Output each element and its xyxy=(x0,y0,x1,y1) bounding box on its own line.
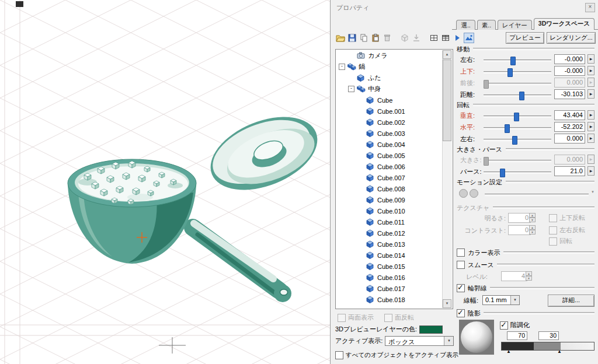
tree-item[interactable]: Cube.008 xyxy=(336,183,443,194)
smooth-checkbox[interactable] xyxy=(457,261,465,269)
rotate-slider-thumb[interactable] xyxy=(512,136,517,145)
move-slider-track[interactable] xyxy=(484,71,551,74)
scale-value-input[interactable]: 21.0 xyxy=(554,166,585,176)
flip-vertical-checkbox[interactable] xyxy=(549,214,557,222)
double-sided-checkbox[interactable] xyxy=(338,314,346,322)
motion-slider-track[interactable] xyxy=(485,194,589,196)
move-value-input[interactable]: -0.000 xyxy=(554,66,585,76)
texture-rotate-option[interactable]: 回転 xyxy=(549,237,572,246)
tree-item[interactable]: Cube.013 xyxy=(336,239,443,250)
rotate-slider-thumb[interactable] xyxy=(514,113,519,121)
contrast-spinner[interactable]: ▲▼ xyxy=(529,225,536,235)
copy-icon[interactable] xyxy=(359,33,369,43)
rotate-step-button[interactable]: ▶ xyxy=(587,134,594,143)
move-slider-thumb[interactable] xyxy=(510,57,516,65)
outline-option[interactable]: 輪郭線 xyxy=(457,282,594,294)
smooth-option[interactable]: スムース xyxy=(457,259,594,271)
motion-marker-icon[interactable]: ▼ xyxy=(591,190,594,194)
tree-item[interactable]: Cube.007 xyxy=(336,172,443,183)
outline-checkbox[interactable] xyxy=(457,284,465,292)
tree-item[interactable]: Cube.010 xyxy=(336,205,443,216)
motion-button-1-icon[interactable] xyxy=(459,189,468,198)
tree-item[interactable]: Cube.005 xyxy=(336,150,443,161)
shading-checkbox[interactable] xyxy=(457,309,465,317)
scale-value-input[interactable]: 0.000 xyxy=(554,155,585,164)
tone-marker-2-icon[interactable]: ▲ xyxy=(557,349,562,354)
all-objects-active-option[interactable]: すべてのオブジェクトをアクティブ表示 xyxy=(335,351,458,359)
shading-sphere-preview[interactable] xyxy=(459,320,494,355)
tree-expander-icon[interactable]: - xyxy=(339,64,345,70)
layer-color-swatch[interactable] xyxy=(419,326,443,334)
move-step-button[interactable]: ▶ xyxy=(587,66,594,75)
move-value-input[interactable]: 0.000 xyxy=(554,78,585,88)
tree-item[interactable]: Cube xyxy=(336,94,443,106)
detail-button[interactable]: 詳細... xyxy=(548,295,594,307)
move-step-button[interactable]: ▶ xyxy=(587,54,594,64)
tab-0[interactable]: 選.. xyxy=(456,20,475,30)
double-sided-option[interactable]: 両面表示 xyxy=(338,313,374,322)
rotate-value-input[interactable]: 0.000 xyxy=(554,134,585,144)
move-slider-thumb[interactable] xyxy=(484,80,489,89)
brightness-spinner[interactable]: ▲▼ xyxy=(529,213,536,223)
flip-vertical-option[interactable]: 上下反転 xyxy=(549,214,585,222)
move-slider-track[interactable] xyxy=(484,60,551,62)
rotate-slider-track[interactable] xyxy=(484,139,551,141)
tab-3[interactable]: 3Dワークスペース xyxy=(534,18,594,30)
tree-item[interactable]: Cube.003 xyxy=(336,128,443,139)
tone-value-2-input[interactable]: 30 xyxy=(538,331,559,340)
flip-face-checkbox[interactable] xyxy=(384,314,392,322)
tree-item[interactable]: -鍋 xyxy=(336,61,443,72)
tree-expander-icon[interactable]: - xyxy=(348,86,354,92)
preview-button[interactable]: プレビュー xyxy=(506,32,544,44)
close-icon[interactable]: × xyxy=(585,3,595,12)
move-slider-thumb[interactable] xyxy=(507,68,513,77)
3d-viewport[interactable] xyxy=(0,0,330,364)
scale-slider-track[interactable] xyxy=(484,172,551,174)
active-display-select[interactable]: ボックス ▼ xyxy=(385,336,454,346)
tree-item[interactable]: Cube.006 xyxy=(336,161,443,172)
tree-item[interactable]: Cube.017 xyxy=(336,283,443,294)
tab-2[interactable]: レイヤー xyxy=(498,20,532,30)
tree-item[interactable]: Cube.018 xyxy=(336,294,443,305)
move-step-button[interactable]: ▶ xyxy=(587,78,594,87)
tree-item[interactable]: Cube.011 xyxy=(336,216,443,228)
scroll-down-icon[interactable]: ▼ xyxy=(443,299,451,308)
tone-option[interactable]: 階調化 xyxy=(500,321,530,330)
tree-item[interactable]: Cube.014 xyxy=(336,250,443,261)
paste-icon[interactable] xyxy=(370,33,381,43)
delete-icon[interactable] xyxy=(382,33,392,43)
rotate-step-button[interactable]: ▶ xyxy=(587,110,594,120)
tone-checkbox[interactable] xyxy=(500,321,508,330)
move-step-button[interactable]: ▶ xyxy=(587,89,594,99)
render-button[interactable]: レンダリング... xyxy=(547,32,596,44)
tree-item[interactable]: Cube.009 xyxy=(336,194,443,205)
level-spinner[interactable]: ▲▼ xyxy=(526,271,532,281)
contrast-input[interactable]: 0 xyxy=(508,225,531,235)
scroll-up-icon[interactable]: ▲ xyxy=(443,50,451,59)
move-slider-track[interactable] xyxy=(484,83,551,85)
brightness-input[interactable]: 0 xyxy=(508,213,531,223)
open-file-icon[interactable] xyxy=(335,33,346,43)
preview-display-icon[interactable] xyxy=(464,33,474,43)
tree-item[interactable]: Cube.012 xyxy=(336,228,443,239)
level-input[interactable]: 4 xyxy=(501,271,527,281)
move-value-input[interactable]: -30.103 xyxy=(554,89,585,99)
rotate-slider-track[interactable] xyxy=(484,127,551,130)
tone-gradient-bar[interactable] xyxy=(501,342,594,351)
chevron-down-icon[interactable]: ▼ xyxy=(510,296,519,304)
tree-scrollbar[interactable]: ▲ ▼ xyxy=(442,50,452,308)
tree-item[interactable]: Cube.015 xyxy=(336,261,443,272)
tab-1[interactable]: 素.. xyxy=(477,20,496,30)
grid-icon[interactable] xyxy=(429,33,439,43)
tree-item[interactable]: Cube.002 xyxy=(336,117,443,128)
scale-slider-thumb[interactable] xyxy=(484,157,489,166)
scroll-thumb[interactable] xyxy=(443,60,451,141)
tree-item[interactable]: カメラ xyxy=(336,50,443,61)
scale-slider-thumb[interactable] xyxy=(500,169,505,177)
scale-step-button[interactable]: ▶ xyxy=(587,166,594,176)
tone-marker-1-icon[interactable]: ▲ xyxy=(506,349,511,354)
play-icon[interactable] xyxy=(452,33,463,43)
flip-face-option[interactable]: 面反転 xyxy=(384,313,414,322)
tree-item[interactable]: ふた xyxy=(336,72,443,83)
line-width-select[interactable]: 0.1 mm ▼ xyxy=(482,295,520,305)
